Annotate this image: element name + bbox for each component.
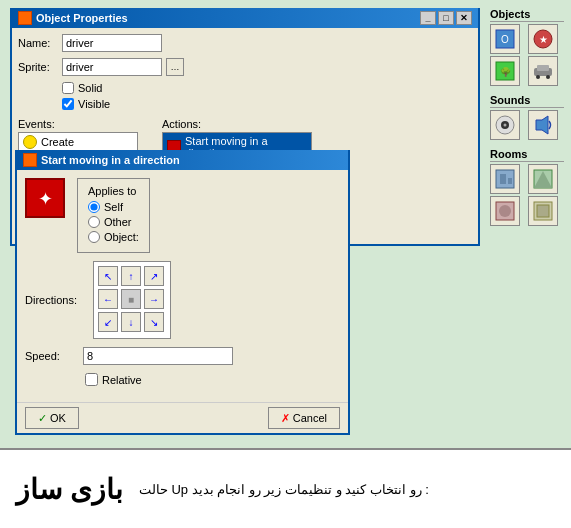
events-label: Events: — [18, 118, 138, 130]
persian-large-text: بازی ساز — [16, 473, 123, 506]
svg-point-8 — [536, 75, 540, 79]
dir-up[interactable] — [121, 266, 141, 286]
visible-checkbox[interactable] — [62, 98, 74, 110]
objects-label: Objects — [490, 8, 564, 22]
dir-right[interactable] — [144, 289, 164, 309]
speed-row: Speed: — [25, 347, 340, 365]
dir-down-right[interactable] — [144, 312, 164, 332]
cancel-button[interactable]: ✗ Cancel — [268, 407, 340, 429]
speed-label: Speed: — [25, 350, 75, 362]
solid-label: Solid — [78, 82, 102, 94]
dir-up-left[interactable] — [98, 266, 118, 286]
dialog-buttons: ✓ OK ✗ Cancel — [17, 402, 348, 433]
object-radio[interactable] — [88, 231, 100, 243]
other-label: Other — [104, 216, 132, 228]
sounds-icons — [490, 110, 564, 140]
move-action-icon: ✦ — [25, 178, 65, 218]
dir-left[interactable] — [98, 289, 118, 309]
svg-point-20 — [499, 205, 511, 217]
window-title: Object Properties — [36, 12, 128, 24]
solid-row: Solid — [62, 82, 472, 94]
move-dialog-titlebar: Start moving in a direction — [17, 150, 348, 170]
self-label: Self — [104, 201, 123, 213]
dir-up-right[interactable] — [144, 266, 164, 286]
dir-down[interactable] — [121, 312, 141, 332]
speed-input[interactable] — [83, 347, 233, 365]
visible-label: Visible — [78, 98, 110, 110]
right-sidebar: Objects O ★ 🌳 Sounds R — [490, 8, 564, 230]
sound-icon-2[interactable] — [528, 110, 558, 140]
sprite-label: Sprite: — [18, 61, 56, 73]
check-icon: ✓ — [38, 412, 47, 425]
object-icon-4[interactable] — [528, 56, 558, 86]
svg-rect-15 — [500, 174, 506, 184]
svg-point-9 — [546, 75, 550, 79]
svg-text:✦: ✦ — [38, 189, 53, 209]
sprite-row: Sprite: … — [18, 58, 472, 76]
directions-section: Directions: ■ — [25, 261, 340, 339]
event-create[interactable]: Create — [19, 133, 137, 151]
objects-icons: O ★ 🌳 — [490, 24, 564, 86]
objects-section: Objects O ★ 🌳 — [490, 8, 564, 86]
other-radio-row: Other — [88, 216, 139, 228]
event-create-label: Create — [41, 136, 74, 148]
move-dialog-content: ✦ Applies to Self Other Object: — [17, 170, 348, 402]
relative-label: Relative — [102, 374, 142, 386]
svg-marker-13 — [536, 116, 548, 134]
move-dialog-icon — [23, 153, 37, 167]
name-row: Name: — [18, 34, 472, 52]
svg-text:★: ★ — [539, 34, 548, 45]
sound-icon-1[interactable] — [490, 110, 520, 140]
close-button[interactable]: ✕ — [456, 11, 472, 25]
object-label: Object: — [104, 231, 139, 243]
svg-text:O: O — [501, 34, 509, 45]
rooms-label: Rooms — [490, 148, 564, 162]
relative-row: Relative — [85, 373, 340, 386]
cancel-label: Cancel — [293, 412, 327, 424]
room-icon-1[interactable] — [490, 164, 520, 194]
object-icon-3[interactable]: 🌳 — [490, 56, 520, 86]
svg-point-12 — [504, 124, 507, 127]
object-radio-row: Object: — [88, 231, 139, 243]
object-icon-1[interactable]: O — [490, 24, 520, 54]
cross-icon: ✗ — [281, 412, 290, 425]
window-titlebar: Object Properties _ □ ✕ — [12, 8, 478, 28]
sprite-browse-button[interactable]: … — [166, 58, 184, 76]
move-dialog: Start moving in a direction ✦ Applies to… — [15, 150, 350, 435]
self-radio[interactable] — [88, 201, 100, 213]
minimize-button[interactable]: _ — [420, 11, 436, 25]
applies-to-label: Applies to — [88, 185, 139, 197]
room-icon-3[interactable] — [490, 196, 520, 226]
sounds-section: Sounds — [490, 94, 564, 140]
applies-to-container: Applies to Self Other Object: — [77, 178, 340, 253]
dir-down-left[interactable] — [98, 312, 118, 332]
applies-to-box: Applies to Self Other Object: — [77, 178, 150, 253]
create-icon — [23, 135, 37, 149]
self-radio-row: Self — [88, 201, 139, 213]
room-icon-4[interactable] — [528, 196, 558, 226]
relative-checkbox[interactable] — [85, 373, 98, 386]
name-label: Name: — [18, 37, 56, 49]
sprite-input[interactable] — [62, 58, 162, 76]
solid-checkbox[interactable] — [62, 82, 74, 94]
object-icon-2[interactable]: ★ — [528, 24, 558, 54]
room-icon-2[interactable] — [528, 164, 558, 194]
dir-center[interactable]: ■ — [121, 289, 141, 309]
rooms-icons — [490, 164, 564, 226]
sounds-label: Sounds — [490, 94, 564, 108]
move-titlebar-left: Start moving in a direction — [23, 153, 180, 167]
window-icon — [18, 11, 32, 25]
rooms-section: Rooms — [490, 148, 564, 226]
other-radio[interactable] — [88, 216, 100, 228]
game-maker-title: بازی ساز — [16, 474, 123, 505]
svg-text:🌳: 🌳 — [500, 66, 512, 78]
maximize-button[interactable]: □ — [438, 11, 454, 25]
instruction-text: حالت Up رو انتخاب کنید و تنظیمات زیر رو … — [139, 482, 429, 497]
sprite-field: … — [62, 58, 184, 76]
ok-button[interactable]: ✓ OK — [25, 407, 79, 429]
name-input[interactable] — [62, 34, 162, 52]
svg-rect-7 — [537, 65, 549, 71]
titlebar-left: Object Properties — [18, 11, 128, 25]
move-dialog-title: Start moving in a direction — [41, 154, 180, 166]
ok-label: OK — [50, 412, 66, 424]
